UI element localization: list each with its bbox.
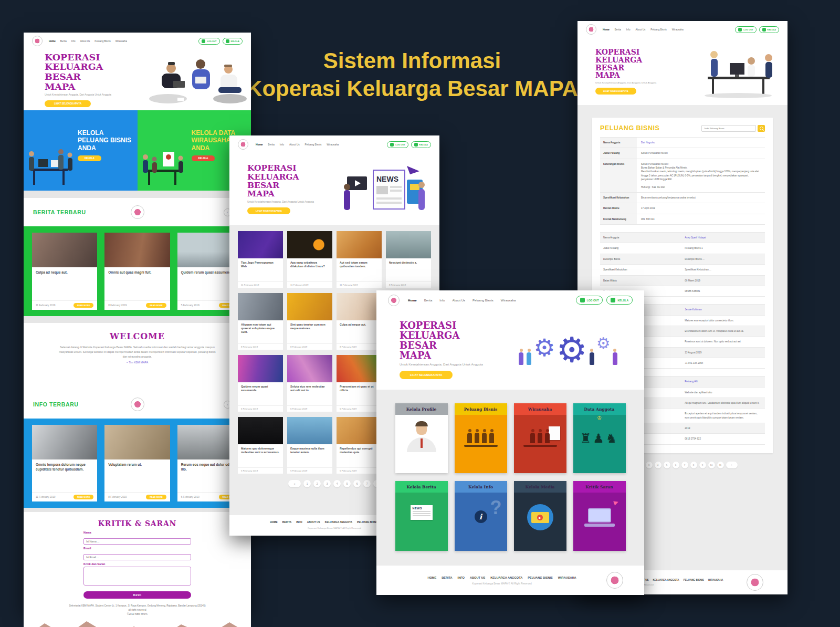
pagination-prev[interactable]: « (288, 480, 301, 487)
pagination-page[interactable]: 5 (343, 480, 351, 487)
kelola-button[interactable]: KELOLA (759, 26, 779, 33)
read-more-button[interactable]: READ MORE (146, 303, 166, 308)
read-more-button[interactable]: READ MORE (74, 495, 93, 499)
panel-kelola-button[interactable]: KELOLA (78, 155, 101, 161)
kelola-button[interactable]: KELOLA (223, 38, 243, 45)
nav-info[interactable]: Info (626, 28, 631, 31)
member-link[interactable]: Peluang Alfi (680, 377, 765, 386)
nav-peluang[interactable]: Peluang Bisnis (94, 40, 110, 43)
kelola-button[interactable]: KELOLA (606, 296, 633, 305)
kirim-button[interactable]: Kirim (83, 591, 191, 599)
tile-kelola-profile[interactable]: Kelola Profile (395, 403, 448, 473)
info-card[interactable]: Voluptatem rerum ut. 8 February 2019READ… (104, 425, 170, 501)
tile-kelola-info[interactable]: Kelola Info ?i (455, 481, 507, 551)
cta-button[interactable]: LIHAT SELENGKAPNYA (595, 88, 636, 95)
cta-button[interactable]: LIHAT SELENGKAPNYA (247, 207, 290, 214)
nav-about[interactable]: About Us (289, 143, 300, 146)
news-card[interactable]: Culpa ad neque aut. 11 February 2019READ… (32, 233, 97, 310)
nav-info[interactable]: Info (439, 299, 445, 302)
logout-button[interactable]: LOG OUT (735, 26, 756, 33)
search-button[interactable] (758, 125, 765, 132)
news-card[interactable]: Aut sed totam earum quibusdam tandem.11 … (337, 231, 382, 288)
news-card[interactable]: Omnis aut quas magni fuit. 8 February 20… (104, 233, 170, 310)
nav-about[interactable]: About Us (452, 299, 465, 302)
saran-textarea[interactable] (83, 567, 191, 586)
news-card[interactable]: Eaque maxima nulla illum tenetur autem.5… (287, 417, 332, 474)
nav-home[interactable]: Home (408, 299, 417, 302)
footer-link-berita[interactable]: BERITA (442, 576, 452, 579)
read-more-button[interactable]: READ MORE (74, 303, 93, 308)
nav-berita[interactable]: Berita (268, 143, 275, 146)
pagination-page[interactable]: 2 (313, 480, 321, 487)
nama-input[interactable] (83, 538, 191, 545)
footer-link-home[interactable]: HOME (270, 521, 277, 524)
pagination-page[interactable]: 4 (655, 462, 662, 468)
pagination-page[interactable]: 8 (690, 462, 697, 468)
news-card[interactable]: Culpa ad neque aut.8 February 2019 (337, 293, 382, 350)
footer-link-home[interactable]: HOME (427, 576, 436, 579)
pagination-page[interactable]: 5 (664, 462, 670, 468)
news-card[interactable]: Aliquam non totam qui quaerat voluptates… (238, 293, 283, 350)
logout-button[interactable]: LOG OUT (387, 141, 408, 148)
pagination-page[interactable]: 4 (333, 480, 341, 487)
tile-kritik-saran[interactable]: Kritik Saran ▶ (573, 481, 626, 551)
footer-link-peluang[interactable]: PELUANG BISNIS (357, 521, 379, 524)
nav-wirausaha[interactable]: Wirausaha (327, 143, 339, 146)
footer-link-anggota[interactable]: KELUARGA ANGGOTA (490, 576, 522, 579)
nav-info[interactable]: Info (280, 143, 284, 146)
tile-kelola-berita[interactable]: Kelola Berita NEWS (395, 481, 448, 551)
nav-peluang[interactable]: Peluang Bisnis (650, 28, 666, 31)
member-link[interactable]: Jessie Kuhlman (680, 305, 765, 315)
footer-link-wirausaha[interactable]: WIRAUSAHA (558, 576, 576, 579)
pagination-page[interactable]: 1 (303, 480, 311, 487)
nav-berita[interactable]: Berita (60, 40, 67, 43)
search-input[interactable] (701, 125, 756, 132)
logout-button[interactable]: LOG OUT (198, 38, 219, 45)
kelola-button[interactable]: KELOLA (411, 141, 431, 148)
pagination-page[interactable]: 7 (681, 462, 688, 468)
footer-link-about[interactable]: ABOUT US (307, 521, 320, 524)
pagination-page[interactable]: 6 (353, 480, 361, 487)
news-card[interactable]: Quidem rerum quasi assumenda.6 February … (238, 355, 283, 412)
pagination-page[interactable]: 11 (717, 462, 724, 468)
pagination-page[interactable]: 3 (646, 462, 653, 468)
news-card[interactable]: Praesentium et quas et ut officia.6 Febr… (337, 355, 382, 412)
logout-button[interactable]: LOG OUT (576, 296, 603, 305)
nav-info[interactable]: Info (71, 40, 76, 43)
footer-link-peluang[interactable]: PELUANG BISNIS (528, 576, 553, 579)
cta-button[interactable]: LIHAT SELENGKAPNYA (45, 100, 91, 107)
pagination-page[interactable]: 3 (323, 480, 331, 487)
footer-link-peluang[interactable]: PELUANG BISNIS (684, 579, 704, 581)
panel-peluang-bisnis[interactable]: KELOLA PELUANG BISNIS ANDA KELOLA (24, 110, 138, 191)
tile-peluang-bisnis[interactable]: Peluang Bisnis (455, 403, 507, 473)
member-link[interactable]: Dwi Nugroho (637, 138, 765, 148)
news-card[interactable]: Apa yang sebaiknya dilakukan di distro L… (287, 231, 332, 288)
footer-link-about[interactable]: ABOUT US (470, 576, 485, 579)
member-link[interactable]: Asep Syarif Hidayat (680, 233, 765, 243)
read-more-button[interactable]: READ MORE (146, 495, 166, 499)
email-input[interactable] (83, 554, 191, 560)
nav-about[interactable]: About Us (635, 28, 645, 31)
footer-link-anggota[interactable]: KELUARGA ANGGOTA (653, 579, 679, 581)
nav-berita[interactable]: Berita (424, 299, 433, 302)
news-card[interactable]: Repellendus qui corrupti molestias quia.… (337, 417, 382, 474)
nav-berita[interactable]: Berita (615, 28, 621, 31)
nav-wirausaha[interactable]: Wirausaha (501, 299, 516, 302)
cta-button[interactable]: LIHAT SELENGKAPNYA (400, 371, 453, 379)
news-card[interactable]: Sint quas tenetur cum non neque maiores.… (287, 293, 332, 350)
nav-wirausaha[interactable]: Wirausaha (672, 28, 684, 31)
tile-wirausaha[interactable]: Wirausaha (514, 403, 566, 473)
nav-wirausaha[interactable]: Wirausaha (116, 40, 127, 43)
nav-home[interactable]: Home (256, 143, 262, 146)
footer-link-berita[interactable]: BERITA (282, 521, 292, 524)
footer-link-info[interactable]: INFO (296, 521, 302, 524)
info-card[interactable]: Omnis tempora dolorum neque cupiditate t… (32, 425, 97, 501)
pagination-page[interactable]: 6 (673, 462, 679, 468)
nav-peluang[interactable]: Peluang Bisnis (472, 299, 494, 302)
news-card[interactable]: Maiores quo doloremque molestiae sunt a … (238, 417, 283, 474)
tile-data-anggota[interactable]: Data Anggota ♔ ♜♟♞ (573, 403, 626, 473)
pagination-page[interactable]: 10 (708, 462, 715, 468)
nav-peluang[interactable]: Peluang Bisnis (305, 143, 322, 146)
pagination-next[interactable]: » (726, 462, 738, 468)
tile-kelola-media[interactable]: Kelola Media ▶ (514, 481, 566, 551)
